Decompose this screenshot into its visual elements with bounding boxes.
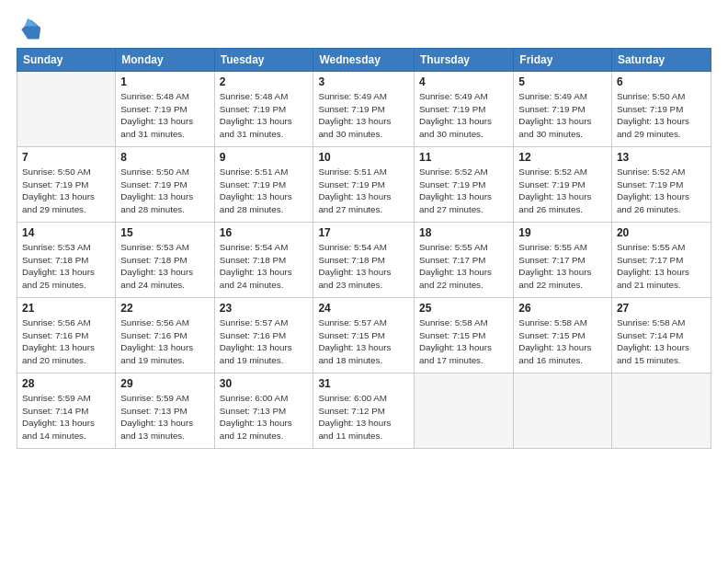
day-number: 24 [318,302,409,315]
day-info: Sunrise: 5:56 AM Sunset: 7:16 PM Dayligh… [22,316,110,367]
weekday-header: Sunday [17,49,116,72]
day-number: 5 [518,75,607,88]
day-number: 3 [318,75,409,88]
day-number: 4 [419,75,508,88]
day-info: Sunrise: 5:56 AM Sunset: 7:16 PM Dayligh… [120,316,209,367]
calendar-cell: 3Sunrise: 5:49 AM Sunset: 7:19 PM Daylig… [313,72,415,147]
day-info: Sunrise: 5:50 AM Sunset: 7:19 PM Dayligh… [617,90,706,141]
calendar-cell: 16Sunrise: 5:54 AM Sunset: 7:18 PM Dayli… [214,223,313,298]
day-number: 2 [220,75,309,88]
calendar-cell: 29Sunrise: 5:59 AM Sunset: 7:13 PM Dayli… [116,373,214,449]
weekday-header: Wednesday [313,49,415,72]
logo-icon [17,17,42,42]
calendar-week-row: 14Sunrise: 5:53 AM Sunset: 7:18 PM Dayli… [17,223,711,298]
day-number: 19 [518,226,607,239]
day-info: Sunrise: 5:52 AM Sunset: 7:19 PM Dayligh… [518,166,607,216]
calendar-cell: 10Sunrise: 5:51 AM Sunset: 7:19 PM Dayli… [313,147,415,223]
calendar-cell: 4Sunrise: 5:49 AM Sunset: 7:19 PM Daylig… [415,72,514,147]
day-number: 31 [318,377,409,390]
day-number: 25 [419,302,508,315]
day-number: 17 [318,226,409,239]
calendar-cell: 8Sunrise: 5:50 AM Sunset: 7:19 PM Daylig… [116,147,214,223]
calendar-cell: 24Sunrise: 5:57 AM Sunset: 7:15 PM Dayli… [313,298,415,373]
day-info: Sunrise: 5:57 AM Sunset: 7:15 PM Dayligh… [318,316,409,367]
calendar-cell: 26Sunrise: 5:58 AM Sunset: 7:15 PM Dayli… [514,298,612,373]
calendar-cell: 31Sunrise: 6:00 AM Sunset: 7:12 PM Dayli… [313,373,415,449]
day-info: Sunrise: 5:50 AM Sunset: 7:19 PM Dayligh… [22,166,110,216]
calendar-cell: 11Sunrise: 5:52 AM Sunset: 7:19 PM Dayli… [415,147,514,223]
day-info: Sunrise: 5:55 AM Sunset: 7:17 PM Dayligh… [518,241,607,292]
day-number: 12 [518,151,607,164]
day-info: Sunrise: 5:54 AM Sunset: 7:18 PM Dayligh… [220,241,309,292]
day-number: 11 [419,151,508,164]
day-number: 15 [120,226,209,239]
calendar-cell: 9Sunrise: 5:51 AM Sunset: 7:19 PM Daylig… [214,147,313,223]
calendar-header: SundayMondayTuesdayWednesdayThursdayFrid… [17,49,711,72]
calendar-week-row: 21Sunrise: 5:56 AM Sunset: 7:16 PM Dayli… [17,298,711,373]
calendar-cell: 17Sunrise: 5:54 AM Sunset: 7:18 PM Dayli… [313,223,415,298]
day-number: 8 [120,151,209,164]
day-info: Sunrise: 5:53 AM Sunset: 7:18 PM Dayligh… [120,241,209,292]
calendar-week-row: 7Sunrise: 5:50 AM Sunset: 7:19 PM Daylig… [17,147,711,223]
day-number: 6 [617,75,706,88]
calendar-body: 1Sunrise: 5:48 AM Sunset: 7:19 PM Daylig… [17,72,711,449]
day-info: Sunrise: 5:49 AM Sunset: 7:19 PM Dayligh… [518,90,607,141]
day-info: Sunrise: 5:51 AM Sunset: 7:19 PM Dayligh… [220,166,309,216]
calendar-cell: 15Sunrise: 5:53 AM Sunset: 7:18 PM Dayli… [116,223,214,298]
day-info: Sunrise: 5:55 AM Sunset: 7:17 PM Dayligh… [617,241,706,292]
day-number: 14 [22,226,110,239]
calendar-cell [415,373,514,449]
day-number: 9 [220,151,309,164]
calendar-cell: 23Sunrise: 5:57 AM Sunset: 7:16 PM Dayli… [214,298,313,373]
weekday-header: Saturday [611,49,711,72]
day-info: Sunrise: 5:58 AM Sunset: 7:15 PM Dayligh… [518,316,607,367]
calendar-cell: 30Sunrise: 6:00 AM Sunset: 7:13 PM Dayli… [214,373,313,449]
day-info: Sunrise: 5:48 AM Sunset: 7:19 PM Dayligh… [220,90,309,141]
day-info: Sunrise: 5:54 AM Sunset: 7:18 PM Dayligh… [318,241,409,292]
calendar-cell [514,373,612,449]
calendar: SundayMondayTuesdayWednesdayThursdayFrid… [17,48,711,449]
calendar-cell [17,72,116,147]
day-number: 22 [120,302,209,315]
day-number: 27 [617,302,706,315]
day-info: Sunrise: 5:53 AM Sunset: 7:18 PM Dayligh… [22,241,110,292]
day-info: Sunrise: 5:52 AM Sunset: 7:19 PM Dayligh… [419,166,508,216]
day-info: Sunrise: 5:57 AM Sunset: 7:16 PM Dayligh… [220,316,309,367]
calendar-cell: 1Sunrise: 5:48 AM Sunset: 7:19 PM Daylig… [116,72,214,147]
day-number: 13 [617,151,706,164]
weekday-header: Monday [116,49,214,72]
calendar-cell: 28Sunrise: 5:59 AM Sunset: 7:14 PM Dayli… [17,373,116,449]
calendar-cell: 14Sunrise: 5:53 AM Sunset: 7:18 PM Dayli… [17,223,116,298]
weekday-header: Thursday [415,49,514,72]
day-number: 18 [419,226,508,239]
calendar-cell: 13Sunrise: 5:52 AM Sunset: 7:19 PM Dayli… [611,147,711,223]
calendar-cell: 25Sunrise: 5:58 AM Sunset: 7:15 PM Dayli… [415,298,514,373]
weekday-header: Tuesday [214,49,313,72]
day-number: 28 [22,377,110,390]
header [17,17,711,42]
day-info: Sunrise: 5:48 AM Sunset: 7:19 PM Dayligh… [120,90,209,141]
calendar-cell: 12Sunrise: 5:52 AM Sunset: 7:19 PM Dayli… [514,147,612,223]
day-info: Sunrise: 5:58 AM Sunset: 7:14 PM Dayligh… [617,316,706,367]
day-number: 26 [518,302,607,315]
day-number: 21 [22,302,110,315]
page: SundayMondayTuesdayWednesdayThursdayFrid… [0,0,728,563]
day-info: Sunrise: 6:00 AM Sunset: 7:13 PM Dayligh… [220,392,309,442]
calendar-cell: 18Sunrise: 5:55 AM Sunset: 7:17 PM Dayli… [415,223,514,298]
day-info: Sunrise: 5:49 AM Sunset: 7:19 PM Dayligh… [318,90,409,141]
day-number: 7 [22,151,110,164]
calendar-cell: 5Sunrise: 5:49 AM Sunset: 7:19 PM Daylig… [514,72,612,147]
calendar-cell: 19Sunrise: 5:55 AM Sunset: 7:17 PM Dayli… [514,223,612,298]
weekday-header-row: SundayMondayTuesdayWednesdayThursdayFrid… [17,49,711,72]
weekday-header: Friday [514,49,612,72]
calendar-cell: 21Sunrise: 5:56 AM Sunset: 7:16 PM Dayli… [17,298,116,373]
calendar-cell: 6Sunrise: 5:50 AM Sunset: 7:19 PM Daylig… [611,72,711,147]
day-number: 29 [120,377,209,390]
calendar-cell: 7Sunrise: 5:50 AM Sunset: 7:19 PM Daylig… [17,147,116,223]
calendar-week-row: 1Sunrise: 5:48 AM Sunset: 7:19 PM Daylig… [17,72,711,147]
calendar-week-row: 28Sunrise: 5:59 AM Sunset: 7:14 PM Dayli… [17,373,711,449]
calendar-cell: 20Sunrise: 5:55 AM Sunset: 7:17 PM Dayli… [611,223,711,298]
logo [17,17,46,42]
day-info: Sunrise: 5:58 AM Sunset: 7:15 PM Dayligh… [419,316,508,367]
day-number: 23 [220,302,309,315]
